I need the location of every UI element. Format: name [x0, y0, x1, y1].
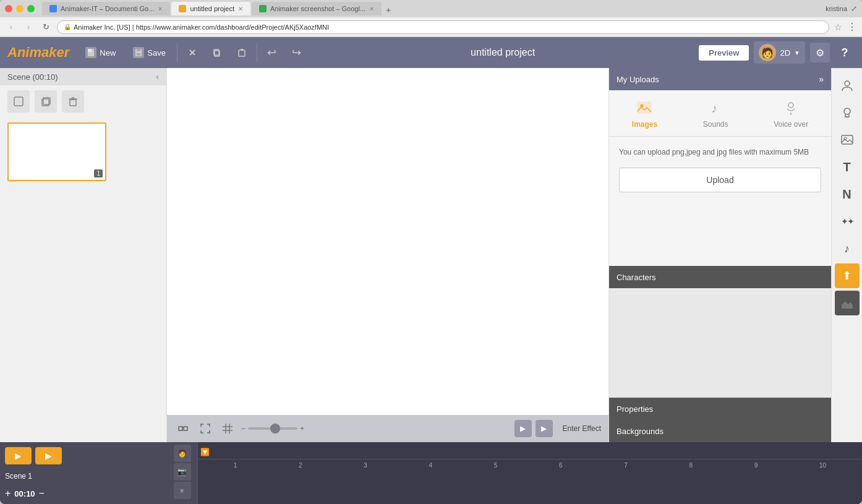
reload-button[interactable]: ↻ — [40, 21, 52, 33]
play-all-scenes-button[interactable]: ▶ — [35, 447, 62, 464]
characters-section-content — [609, 288, 831, 398]
zoom-slider[interactable] — [248, 427, 297, 430]
timeline-camera-icon[interactable]: 📷 — [174, 463, 191, 481]
avatar-selector[interactable]: 🧑 2D ▼ — [754, 41, 805, 64]
decrease-time-button[interactable]: − — [39, 488, 45, 499]
uploads-tabs: Images ♪ Sounds Voice over — [609, 90, 831, 137]
number-icon[interactable]: N — [835, 182, 860, 207]
scene-number-badge: 1 — [94, 169, 103, 177]
tab-voiceover[interactable]: Voice over — [764, 95, 818, 131]
background-icon[interactable] — [835, 291, 860, 315]
image-icon[interactable] — [835, 127, 860, 152]
backgrounds-section-header[interactable]: Backgrounds — [609, 420, 831, 442]
svg-rect-3 — [137, 53, 140, 56]
minimize-button[interactable] — [16, 5, 23, 12]
forward-button[interactable]: › — [22, 21, 35, 33]
settings-button[interactable]: ⚙ — [810, 43, 830, 62]
play-all-button[interactable]: ▶ — [536, 420, 553, 437]
canvas[interactable] — [167, 68, 608, 415]
idea-icon[interactable] — [835, 100, 860, 125]
timeline-time-row: + 00:10 − — [5, 488, 162, 499]
help-button[interactable]: ? — [835, 43, 855, 62]
scene-thumbnail-area: 1 — [0, 117, 166, 186]
ruler-6: 6 — [559, 462, 563, 469]
new-tab-button[interactable]: + — [383, 4, 394, 15]
cut-button[interactable] — [182, 43, 202, 62]
character-icon[interactable] — [835, 73, 860, 98]
play-button[interactable]: ▶ — [5, 447, 32, 464]
maximize-icon[interactable]: ⤢ — [851, 4, 857, 13]
zoom-handle[interactable] — [270, 424, 280, 434]
timeline-extra-icon[interactable]: ≡ — [174, 482, 191, 499]
tab-untitled-project[interactable]: untitled project ✕ — [171, 2, 250, 15]
svg-rect-18 — [184, 427, 187, 430]
characters-section-header[interactable]: Characters — [609, 266, 831, 288]
effects-icon[interactable]: ✦✦ — [835, 209, 860, 234]
duplicate-scene-button[interactable] — [35, 90, 57, 113]
canvas-area: − + ▶ ▶ Enter Effect — [167, 68, 608, 442]
toolbar-separator-1 — [177, 43, 177, 62]
bookmark-icon[interactable]: ☆ — [834, 22, 842, 32]
zoom-out-icon[interactable]: − — [241, 424, 245, 433]
timeline-area: ▶ ▶ Scene 1 + 00:10 − 🧑 📷 ≡ 🔽 — [0, 442, 862, 504]
add-scene-button[interactable] — [7, 90, 30, 113]
scenes-title: Scene (00:10) — [7, 72, 58, 82]
svg-rect-14 — [70, 100, 76, 106]
browser-menu-icon[interactable]: ⋮ — [847, 21, 857, 33]
music-icon[interactable]: ♪ — [835, 236, 860, 261]
voiceover-tab-label: Voice over — [774, 120, 808, 129]
expand-icon[interactable]: » — [819, 74, 824, 84]
ruler-10: 10 — [819, 462, 826, 469]
tab-close-active-icon[interactable]: ✕ — [238, 6, 243, 12]
zoom-in-icon[interactable]: + — [300, 424, 304, 433]
playback-buttons: ▶ ▶ — [514, 420, 553, 437]
paste-button[interactable] — [232, 43, 252, 62]
timeline-track-area: 🧑 📷 ≡ 🔽 1 2 3 4 5 6 7 — [167, 442, 862, 504]
svg-rect-11 — [14, 97, 23, 106]
upload-icon[interactable]: ⬆ — [835, 263, 860, 288]
username-label: kristina — [826, 5, 847, 12]
tab-animaker-docs[interactable]: Animaker-IT – Documenti Go... ✕ — [42, 2, 170, 15]
fullscreen-button[interactable] — [27, 5, 35, 12]
delete-scene-button[interactable] — [62, 90, 84, 113]
upload-button[interactable]: Upload — [619, 168, 821, 192]
fit-to-screen-button[interactable] — [174, 420, 192, 437]
address-input[interactable]: 🔒 Animaker Inc. [US] | https://www.anima… — [57, 20, 829, 34]
redo-button[interactable]: ↪ — [287, 43, 307, 62]
timeline-track-icons: 🧑 📷 ≡ — [167, 442, 198, 504]
toolbar-separator-2 — [257, 43, 257, 62]
ruler-4: 4 — [429, 462, 433, 469]
back-button[interactable]: ‹ — [5, 21, 17, 33]
new-button[interactable]: New — [79, 45, 122, 61]
traffic-lights — [5, 5, 35, 12]
timeline-character-icon[interactable]: 🧑 — [174, 445, 191, 462]
tab-label-3: Animaker screenshot – Googl... — [270, 5, 365, 12]
tab-animaker-screenshot[interactable]: Animaker screenshot – Googl... ✕ — [252, 2, 382, 15]
scene-thumbnail-1[interactable]: 1 — [7, 122, 106, 181]
tab-close-3-icon[interactable]: ✕ — [369, 6, 374, 12]
close-button[interactable] — [5, 5, 12, 12]
copy-button[interactable] — [207, 43, 227, 62]
brand-logo: Animaker — [7, 45, 69, 61]
increase-time-button[interactable]: + — [5, 488, 11, 499]
collapse-icon[interactable]: ‹ — [156, 72, 159, 82]
fullscreen-canvas-button[interactable] — [197, 420, 214, 437]
ruler-5: 5 — [494, 462, 498, 469]
timeline-marker-indicator: 🔽 — [200, 448, 210, 456]
scene-actions — [0, 85, 166, 117]
play-scene-button[interactable]: ▶ — [514, 420, 532, 437]
tab-images[interactable]: Images — [622, 95, 667, 131]
grid-toggle-button[interactable] — [219, 420, 236, 437]
properties-section-header[interactable]: Properties — [609, 398, 831, 420]
tab-sounds[interactable]: ♪ Sounds — [693, 95, 738, 131]
svg-rect-31 — [842, 135, 853, 144]
zoom-control[interactable]: − + — [241, 424, 304, 433]
tab-label: Animaker-IT – Documenti Go... — [61, 5, 154, 12]
voiceover-tab-icon — [781, 98, 801, 117]
tab-close-icon[interactable]: ✕ — [158, 6, 163, 12]
text-icon[interactable]: T — [835, 155, 860, 179]
preview-button[interactable]: Preview — [699, 45, 749, 61]
undo-button[interactable]: ↩ — [262, 43, 282, 62]
save-button[interactable]: Save — [127, 45, 172, 61]
backgrounds-label: Backgrounds — [617, 427, 664, 436]
